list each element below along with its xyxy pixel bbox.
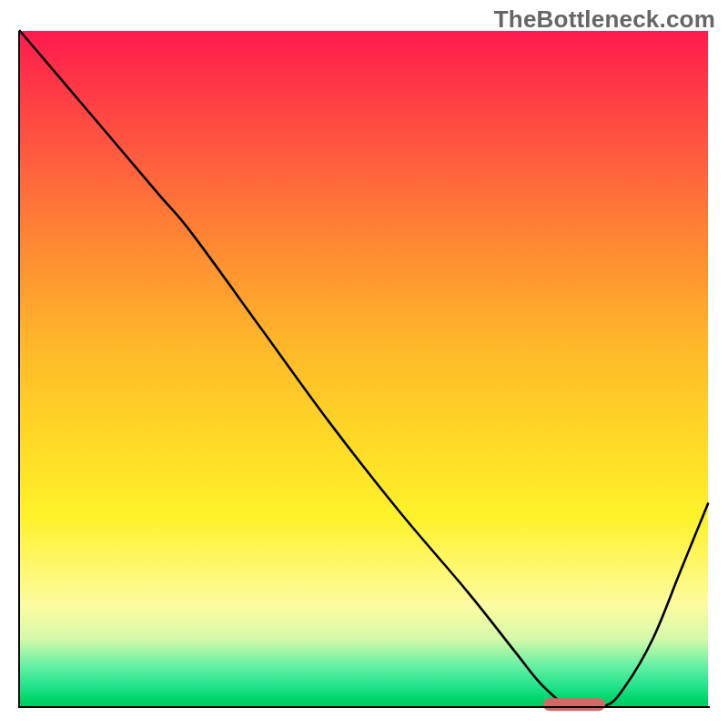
chart-canvas: TheBottleneck.com [0,0,728,728]
x-axis-line [18,706,710,708]
optimal-range-marker [543,698,605,711]
bottleneck-curve [20,31,708,706]
y-axis-line [18,31,20,708]
watermark-label: TheBottleneck.com [494,5,715,34]
plot-area [20,31,708,706]
